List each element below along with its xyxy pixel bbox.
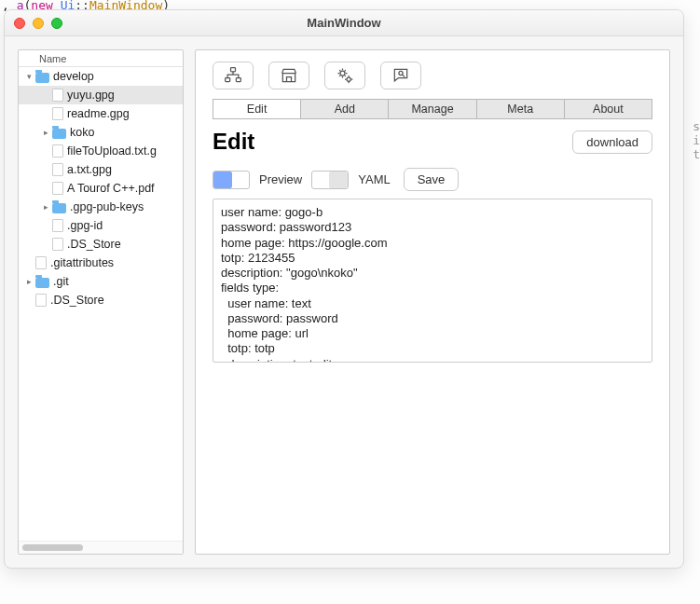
tree-item[interactable]: ▾develop bbox=[19, 67, 183, 86]
file-icon bbox=[52, 219, 63, 232]
tree-item-label: .DS_Store bbox=[67, 238, 121, 251]
tree-hscrollbar-thumb[interactable] bbox=[22, 544, 83, 551]
tree-item-label: readme.gpg bbox=[67, 107, 130, 120]
tree-item[interactable]: yuyu.gpg bbox=[19, 86, 183, 104]
save-button[interactable]: Save bbox=[404, 168, 460, 191]
tree-item-label: A Tourof C++.pdf bbox=[67, 182, 155, 195]
folder-icon bbox=[52, 129, 66, 139]
tree-twisty[interactable]: ▸ bbox=[39, 202, 52, 212]
svg-point-5 bbox=[399, 71, 403, 75]
gears-icon[interactable] bbox=[324, 62, 365, 89]
file-icon bbox=[35, 294, 47, 307]
tree-hscrollbar[interactable] bbox=[19, 541, 183, 554]
tab-edit[interactable]: Edit bbox=[213, 99, 300, 119]
tree-item[interactable]: .DS_Store bbox=[19, 235, 183, 254]
tree-item-label: fileToUpload.txt.g bbox=[67, 144, 157, 158]
tab-add[interactable]: Add bbox=[300, 99, 388, 119]
file-icon bbox=[52, 144, 63, 158]
svg-point-4 bbox=[347, 77, 350, 81]
file-icon bbox=[52, 163, 63, 176]
tree-item[interactable]: .gitattributes bbox=[19, 254, 183, 272]
tree-column-header[interactable]: Name bbox=[19, 50, 183, 67]
tree-twisty[interactable]: ▾ bbox=[22, 72, 35, 81]
tab-manage[interactable]: Manage bbox=[388, 99, 475, 119]
file-icon bbox=[52, 107, 63, 120]
tree-item[interactable]: ▸.git bbox=[19, 272, 183, 291]
svg-rect-0 bbox=[231, 68, 236, 72]
tree-item[interactable]: a.txt.gpg bbox=[19, 160, 183, 179]
file-icon bbox=[52, 182, 63, 195]
svg-rect-2 bbox=[236, 78, 240, 82]
tree-item-label: yuyu.gpg bbox=[67, 89, 115, 102]
tree-item-label: a.txt.gpg bbox=[67, 163, 112, 176]
file-tree-panel: Name ▾developyuyu.gpgreadme.gpg▸kokofile… bbox=[18, 49, 184, 555]
file-icon bbox=[52, 89, 63, 102]
preview-toggle-label: Preview bbox=[259, 172, 302, 186]
store-icon[interactable] bbox=[268, 62, 309, 89]
folder-icon bbox=[52, 203, 66, 213]
org-chart-icon[interactable] bbox=[213, 62, 254, 89]
svg-point-3 bbox=[340, 71, 345, 76]
tree-item-label: koko bbox=[70, 126, 94, 139]
titlebar[interactable]: MainWindow bbox=[5, 10, 683, 36]
folder-icon bbox=[35, 73, 49, 83]
tab-meta[interactable]: Meta bbox=[476, 99, 564, 119]
main-window: MainWindow Name ▾developyuyu.gpgreadme.g… bbox=[4, 9, 684, 569]
tree-item[interactable]: ▸.gpg-pub-keys bbox=[19, 198, 183, 216]
tab-bar: EditAddManageMetaAbout bbox=[213, 99, 652, 119]
background-side-letters: sit bbox=[693, 119, 700, 161]
yaml-toggle[interactable] bbox=[311, 171, 349, 189]
file-tree[interactable]: ▾developyuyu.gpgreadme.gpg▸kokofileToUpl… bbox=[19, 67, 183, 541]
tree-item-label: .gpg-pub-keys bbox=[70, 200, 144, 213]
message-search-icon[interactable] bbox=[380, 62, 421, 89]
section-heading: Edit bbox=[213, 129, 254, 155]
tab-about[interactable]: About bbox=[564, 99, 652, 119]
tree-item-label: .gitattributes bbox=[50, 256, 114, 269]
tree-item[interactable]: ▸koko bbox=[19, 123, 183, 142]
yaml-toggle-label: YAML bbox=[358, 172, 390, 186]
tree-item[interactable]: .gpg-id bbox=[19, 216, 183, 235]
tree-twisty[interactable]: ▸ bbox=[22, 277, 35, 286]
toolbar bbox=[213, 62, 652, 89]
tree-item-label: .DS_Store bbox=[50, 294, 104, 307]
tree-item[interactable]: A Tourof C++.pdf bbox=[19, 179, 183, 198]
editor-textarea[interactable]: user name: gogo-b password: password123 … bbox=[213, 199, 652, 363]
tree-item[interactable]: readme.gpg bbox=[19, 104, 183, 123]
tree-item-label: develop bbox=[53, 70, 94, 83]
file-icon bbox=[35, 256, 47, 269]
tree-twisty[interactable]: ▸ bbox=[39, 128, 52, 137]
preview-toggle[interactable] bbox=[213, 171, 250, 189]
folder-icon bbox=[35, 278, 49, 288]
window-title: MainWindow bbox=[5, 16, 683, 30]
tree-item[interactable]: fileToUpload.txt.g bbox=[19, 142, 183, 160]
svg-rect-1 bbox=[226, 78, 230, 82]
file-icon bbox=[52, 238, 63, 251]
download-button[interactable]: download bbox=[572, 130, 652, 154]
main-panel: EditAddManageMetaAbout Edit download Pre… bbox=[195, 49, 670, 555]
tree-item-label: .gpg-id bbox=[67, 219, 103, 232]
toggle-row: Preview YAML Save bbox=[213, 168, 652, 191]
tree-item-label: .git bbox=[53, 275, 69, 288]
tree-item[interactable]: .DS_Store bbox=[19, 291, 183, 309]
